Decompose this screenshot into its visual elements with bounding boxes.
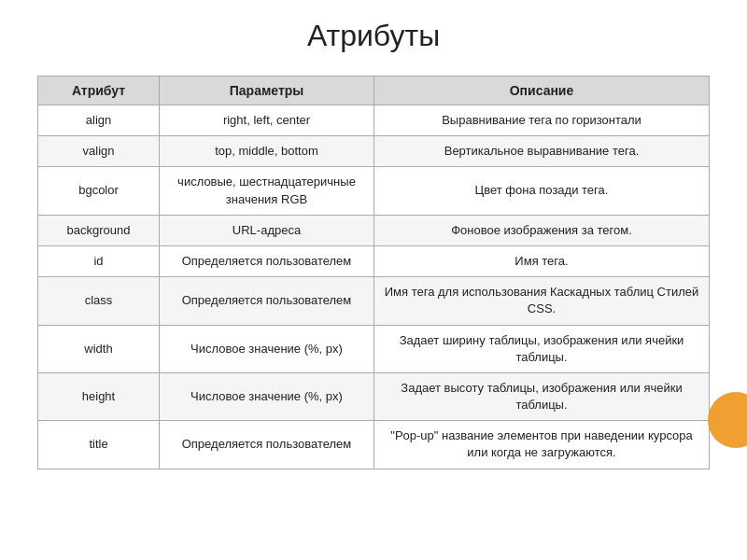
table-row: heightЧисловое значение (%, px)Задает вы… (38, 372, 710, 420)
cell-description: Задает высоту таблицы, изображения или я… (374, 372, 710, 420)
table-row: bgcolorчисловые, шестнадцатеричные значе… (38, 167, 710, 215)
cell-params: top, middle, bottom (160, 136, 374, 167)
cell-attribute: width (38, 325, 160, 372)
col-header-description: Описание (374, 77, 710, 105)
cell-description: Цвет фона позади тега. (374, 167, 710, 215)
cell-attribute: valign (38, 136, 160, 167)
cell-attribute: bgcolor (38, 167, 160, 215)
cell-params: Определяется пользователем (160, 277, 374, 325)
cell-description: "Pop-up" название элементов при наведени… (374, 421, 710, 469)
cell-params: числовые, шестнадцатеричные значения RGB (160, 167, 374, 215)
cell-params: Определяется пользователем (160, 421, 374, 469)
header-row: Атрибут Параметры Описание (38, 77, 710, 105)
page-title: Атрибуты (37, 19, 710, 53)
cell-attribute: align (38, 105, 160, 136)
cell-attribute: id (38, 245, 160, 276)
table-header: Атрибут Параметры Описание (38, 77, 710, 105)
cell-params: URL-адреса (160, 215, 374, 245)
cell-attribute: height (38, 372, 160, 420)
table-row: idОпределяется пользователемИмя тега. (38, 245, 710, 276)
attributes-table: Атрибут Параметры Описание alignright, l… (37, 76, 710, 469)
col-header-params: Параметры (160, 77, 374, 105)
cell-description: Имя тега для использования Каскадных таб… (374, 277, 710, 325)
table-row: titleОпределяется пользователем"Pop-up" … (38, 421, 710, 469)
cell-description: Имя тега. (374, 245, 710, 276)
cell-description: Фоновое изображения за тегом. (374, 215, 710, 245)
cell-attribute: background (38, 215, 160, 245)
cell-params: Числовое значение (%, px) (160, 372, 374, 420)
col-header-attribute: Атрибут (38, 77, 160, 105)
table-row: classОпределяется пользователемИмя тега … (38, 277, 710, 325)
table-row: alignright, left, centerВыравнивание тег… (38, 105, 710, 136)
cell-description: Задает ширину таблицы, изображения или я… (374, 325, 710, 372)
cell-params: Числовое значение (%, px) (160, 325, 374, 372)
cell-description: Вертикальное выравнивание тега. (374, 136, 710, 167)
table-row: backgroundURL-адресаФоновое изображения … (38, 215, 710, 245)
table-row: widthЧисловое значение (%, px)Задает шир… (38, 325, 710, 372)
cell-params: Определяется пользователем (160, 245, 374, 276)
cell-attribute: class (38, 277, 160, 325)
page-container: Атрибуты Атрибут Параметры Описание alig… (0, 0, 747, 560)
cell-params: right, left, center (160, 105, 374, 136)
table-row: valigntop, middle, bottomВертикальное вы… (38, 136, 710, 167)
cell-description: Выравнивание тега по горизонтали (374, 105, 710, 136)
table-body: alignright, left, centerВыравнивание тег… (38, 105, 710, 469)
cell-attribute: title (38, 421, 160, 469)
orange-circle-decoration (708, 392, 747, 448)
